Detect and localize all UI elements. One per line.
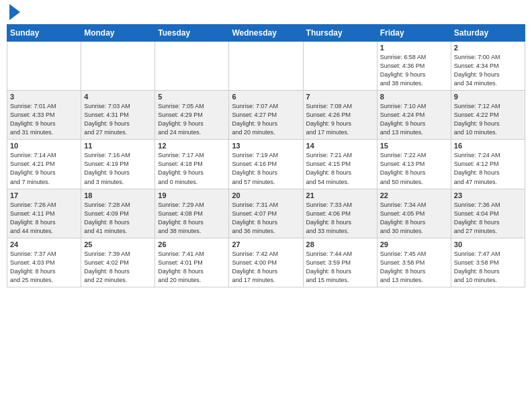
day-number: 5 [158, 93, 226, 101]
day-info: Sunrise: 7:29 AM Sunset: 4:08 PM Dayligh… [158, 201, 226, 236]
calendar-cell: 25Sunrise: 7:39 AM Sunset: 4:02 PM Dayli… [81, 238, 155, 287]
day-info: Sunrise: 7:21 AM Sunset: 4:15 PM Dayligh… [306, 151, 374, 186]
logo-arrow-icon [9, 4, 20, 20]
day-number: 25 [84, 240, 152, 248]
day-number: 16 [454, 142, 522, 150]
day-info: Sunrise: 7:08 AM Sunset: 4:26 PM Dayligh… [306, 102, 374, 137]
day-info: Sunrise: 7:41 AM Sunset: 4:01 PM Dayligh… [158, 250, 226, 285]
calendar-cell [155, 42, 229, 91]
day-number: 24 [10, 240, 78, 248]
day-number: 10 [10, 142, 78, 150]
day-info: Sunrise: 7:07 AM Sunset: 4:27 PM Dayligh… [232, 102, 300, 137]
day-info: Sunrise: 7:03 AM Sunset: 4:31 PM Dayligh… [84, 102, 152, 137]
day-info: Sunrise: 7:16 AM Sunset: 4:19 PM Dayligh… [84, 151, 152, 186]
week-row-0: 1Sunrise: 6:58 AM Sunset: 4:36 PM Daylig… [7, 42, 525, 91]
day-number: 14 [306, 142, 374, 150]
calendar-cell: 15Sunrise: 7:22 AM Sunset: 4:13 PM Dayli… [377, 140, 451, 189]
day-info: Sunrise: 7:33 AM Sunset: 4:06 PM Dayligh… [306, 201, 374, 236]
day-info: Sunrise: 7:36 AM Sunset: 4:04 PM Dayligh… [454, 201, 522, 236]
calendar-cell: 23Sunrise: 7:36 AM Sunset: 4:04 PM Dayli… [451, 189, 525, 238]
calendar-cell: 9Sunrise: 7:12 AM Sunset: 4:22 PM Daylig… [451, 91, 525, 140]
day-number: 4 [84, 93, 152, 101]
week-row-4: 24Sunrise: 7:37 AM Sunset: 4:03 PM Dayli… [7, 238, 525, 287]
day-info: Sunrise: 6:58 AM Sunset: 4:36 PM Dayligh… [380, 53, 448, 88]
weekday-header-thursday: Thursday [303, 25, 377, 42]
day-number: 17 [10, 191, 78, 199]
calendar-cell: 6Sunrise: 7:07 AM Sunset: 4:27 PM Daylig… [229, 91, 303, 140]
day-number: 12 [158, 142, 226, 150]
day-info: Sunrise: 7:01 AM Sunset: 4:33 PM Dayligh… [10, 102, 78, 137]
day-number: 8 [380, 93, 448, 101]
weekday-header-tuesday: Tuesday [155, 25, 229, 42]
day-info: Sunrise: 7:10 AM Sunset: 4:24 PM Dayligh… [380, 102, 448, 137]
day-number: 9 [454, 93, 522, 101]
day-info: Sunrise: 7:26 AM Sunset: 4:11 PM Dayligh… [10, 201, 78, 236]
day-number: 11 [84, 142, 152, 150]
day-info: Sunrise: 7:05 AM Sunset: 4:29 PM Dayligh… [158, 102, 226, 137]
day-number: 23 [454, 191, 522, 199]
day-number: 27 [232, 240, 300, 248]
calendar-table: SundayMondayTuesdayWednesdayThursdayFrid… [7, 24, 525, 287]
calendar-cell: 22Sunrise: 7:34 AM Sunset: 4:05 PM Dayli… [377, 189, 451, 238]
day-info: Sunrise: 7:14 AM Sunset: 4:21 PM Dayligh… [10, 151, 78, 186]
day-info: Sunrise: 7:47 AM Sunset: 3:58 PM Dayligh… [454, 250, 522, 285]
calendar-cell: 3Sunrise: 7:01 AM Sunset: 4:33 PM Daylig… [7, 91, 81, 140]
calendar-cell: 8Sunrise: 7:10 AM Sunset: 4:24 PM Daylig… [377, 91, 451, 140]
day-info: Sunrise: 7:34 AM Sunset: 4:05 PM Dayligh… [380, 201, 448, 236]
logo [7, 7, 20, 20]
calendar-cell: 7Sunrise: 7:08 AM Sunset: 4:26 PM Daylig… [303, 91, 377, 140]
day-number: 30 [454, 240, 522, 248]
calendar-cell: 11Sunrise: 7:16 AM Sunset: 4:19 PM Dayli… [81, 140, 155, 189]
day-number: 19 [158, 191, 226, 199]
calendar-cell: 16Sunrise: 7:24 AM Sunset: 4:12 PM Dayli… [451, 140, 525, 189]
day-number: 3 [10, 93, 78, 101]
calendar-cell: 5Sunrise: 7:05 AM Sunset: 4:29 PM Daylig… [155, 91, 229, 140]
day-number: 26 [158, 240, 226, 248]
day-info: Sunrise: 7:44 AM Sunset: 3:59 PM Dayligh… [306, 250, 374, 285]
day-number: 28 [306, 240, 374, 248]
day-info: Sunrise: 7:00 AM Sunset: 4:34 PM Dayligh… [454, 53, 522, 88]
calendar-cell: 13Sunrise: 7:19 AM Sunset: 4:16 PM Dayli… [229, 140, 303, 189]
calendar-cell [303, 42, 377, 91]
calendar-cell: 26Sunrise: 7:41 AM Sunset: 4:01 PM Dayli… [155, 238, 229, 287]
weekday-header-sunday: Sunday [7, 25, 81, 42]
day-number: 6 [232, 93, 300, 101]
day-number: 1 [380, 44, 448, 52]
weekday-header-wednesday: Wednesday [229, 25, 303, 42]
calendar-cell: 30Sunrise: 7:47 AM Sunset: 3:58 PM Dayli… [451, 238, 525, 287]
weekday-header-saturday: Saturday [451, 25, 525, 42]
calendar-cell: 14Sunrise: 7:21 AM Sunset: 4:15 PM Dayli… [303, 140, 377, 189]
calendar-cell: 28Sunrise: 7:44 AM Sunset: 3:59 PM Dayli… [303, 238, 377, 287]
calendar-cell: 20Sunrise: 7:31 AM Sunset: 4:07 PM Dayli… [229, 189, 303, 238]
calendar-cell: 18Sunrise: 7:28 AM Sunset: 4:09 PM Dayli… [81, 189, 155, 238]
weekday-header-monday: Monday [81, 25, 155, 42]
day-number: 18 [84, 191, 152, 199]
day-number: 15 [380, 142, 448, 150]
day-info: Sunrise: 7:17 AM Sunset: 4:18 PM Dayligh… [158, 151, 226, 186]
calendar-cell: 10Sunrise: 7:14 AM Sunset: 4:21 PM Dayli… [7, 140, 81, 189]
day-info: Sunrise: 7:42 AM Sunset: 4:00 PM Dayligh… [232, 250, 300, 285]
calendar-cell: 2Sunrise: 7:00 AM Sunset: 4:34 PM Daylig… [451, 42, 525, 91]
calendar-cell [229, 42, 303, 91]
day-number: 22 [380, 191, 448, 199]
calendar-cell: 1Sunrise: 6:58 AM Sunset: 4:36 PM Daylig… [377, 42, 451, 91]
day-info: Sunrise: 7:12 AM Sunset: 4:22 PM Dayligh… [454, 102, 522, 137]
weekday-header-friday: Friday [377, 25, 451, 42]
day-number: 2 [454, 44, 522, 52]
day-info: Sunrise: 7:28 AM Sunset: 4:09 PM Dayligh… [84, 201, 152, 236]
day-info: Sunrise: 7:19 AM Sunset: 4:16 PM Dayligh… [232, 151, 300, 186]
calendar-cell: 12Sunrise: 7:17 AM Sunset: 4:18 PM Dayli… [155, 140, 229, 189]
day-number: 29 [380, 240, 448, 248]
calendar-cell: 29Sunrise: 7:45 AM Sunset: 3:58 PM Dayli… [377, 238, 451, 287]
day-number: 7 [306, 93, 374, 101]
day-number: 21 [306, 191, 374, 199]
weekday-header-row: SundayMondayTuesdayWednesdayThursdayFrid… [7, 25, 525, 42]
page-header [7, 7, 525, 20]
day-info: Sunrise: 7:45 AM Sunset: 3:58 PM Dayligh… [380, 250, 448, 285]
day-number: 13 [232, 142, 300, 150]
calendar-cell [81, 42, 155, 91]
week-row-1: 3Sunrise: 7:01 AM Sunset: 4:33 PM Daylig… [7, 91, 525, 140]
day-info: Sunrise: 7:22 AM Sunset: 4:13 PM Dayligh… [380, 151, 448, 186]
day-info: Sunrise: 7:37 AM Sunset: 4:03 PM Dayligh… [10, 250, 78, 285]
calendar-cell: 24Sunrise: 7:37 AM Sunset: 4:03 PM Dayli… [7, 238, 81, 287]
